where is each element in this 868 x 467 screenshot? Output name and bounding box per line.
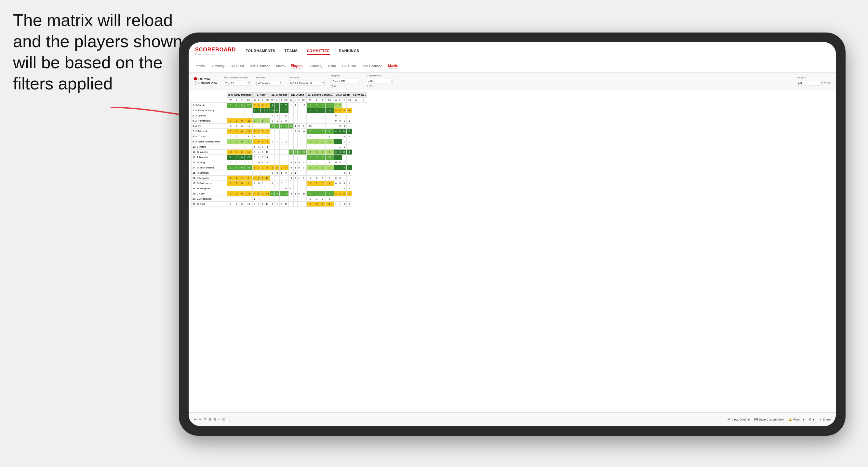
options-button[interactable]: ⚙ ▾ xyxy=(809,418,814,421)
players-select[interactable]: (All) xyxy=(797,81,823,86)
cell: 0 xyxy=(342,124,347,129)
zoom-in-button[interactable]: ⊕ xyxy=(213,417,216,422)
timer-button[interactable]: ⏱ xyxy=(222,417,226,422)
player-name: 7. O Mitchell xyxy=(191,129,227,134)
subnav-players[interactable]: Players xyxy=(291,63,303,69)
cell: 1 xyxy=(347,134,352,139)
conference-select-wrapper[interactable]: (All) xyxy=(367,78,393,84)
cell xyxy=(261,186,265,191)
cell xyxy=(245,113,253,118)
conference-label: Conference xyxy=(367,74,393,77)
cell: 0 xyxy=(234,124,239,129)
division-select-wrapper[interactable]: NCAA Division II NCAA Division I xyxy=(289,80,324,86)
nav-tournaments[interactable]: TOURNAMENTS xyxy=(246,48,275,55)
cell: 1 xyxy=(297,176,301,181)
table-row: 19. J Karrh 3 1 0 19 4 0 0 -20 13 0 0 xyxy=(191,191,367,196)
region-select-wrapper[interactable]: East - DII (All) xyxy=(331,78,360,84)
conference-select[interactable]: (All) xyxy=(367,79,393,84)
cell xyxy=(275,155,280,160)
cell: 0 xyxy=(275,170,280,176)
cell: 1 xyxy=(261,118,265,124)
full-view-option[interactable]: Full View xyxy=(194,77,217,80)
sub-nav: Teams Summary H2H Grid H2H Heatmap Matri… xyxy=(189,60,836,72)
cell xyxy=(283,176,289,181)
compact-view-radio[interactable] xyxy=(194,81,197,85)
cell: 8 xyxy=(245,134,253,139)
full-view-radio[interactable] xyxy=(194,77,197,80)
cell xyxy=(234,196,239,201)
sh-d-w: W xyxy=(253,98,257,103)
max-players-select[interactable]: Top 25 Top 10 Top 50 xyxy=(224,81,250,86)
cell: 7 xyxy=(326,181,334,186)
cell: 0 xyxy=(257,160,260,165)
max-players-select-wrapper[interactable]: Top 25 Top 10 Top 50 xyxy=(224,80,250,86)
cell xyxy=(280,134,283,139)
cell: 0 xyxy=(334,160,338,165)
nav-teams[interactable]: TEAMS xyxy=(284,48,298,55)
watch-button[interactable]: 🔔 Watch ▾ xyxy=(788,418,804,421)
cell: 1 xyxy=(253,139,257,145)
subnav-h2h-heatmap[interactable]: H2H Heatmap xyxy=(250,63,270,69)
share-button[interactable]: ↗ Share xyxy=(819,418,831,421)
view-original-button[interactable]: 👁 View: Original xyxy=(727,418,750,421)
redo-button[interactable]: ↪ xyxy=(199,417,202,422)
subnav-matrix[interactable]: Matrix xyxy=(276,63,285,69)
division-select[interactable]: NCAA Division II NCAA Division I xyxy=(289,81,324,86)
reset-button[interactable]: ↺ xyxy=(204,417,207,422)
subnav-teams[interactable]: Teams xyxy=(195,63,205,69)
cell: 1 xyxy=(257,165,260,170)
nav-committee[interactable]: COMMITTEE xyxy=(307,48,330,55)
logo-area: SCOREBOARD Powered by clippd xyxy=(195,47,236,56)
subnav-summary2[interactable]: Summary xyxy=(308,63,322,69)
minus-button[interactable]: − xyxy=(218,417,220,422)
gender-select-wrapper[interactable]: Women's Men's xyxy=(256,80,282,86)
cell xyxy=(289,155,294,160)
cell: 0 xyxy=(227,134,234,139)
cell xyxy=(338,139,342,145)
sh-s-t: T xyxy=(297,98,301,103)
subnav-h2h-grid2[interactable]: H2H Grid xyxy=(342,63,356,69)
cell xyxy=(320,113,326,118)
cell: 2 xyxy=(306,155,314,160)
gender-select[interactable]: Women's Men's xyxy=(256,81,282,86)
cell: 1 xyxy=(253,176,257,181)
cell: 0 xyxy=(239,129,245,134)
table-row: 13. N Klug 0 0 1 0 1 0 1 -2 xyxy=(191,160,367,165)
cell xyxy=(289,201,294,207)
subnav-h2h-grid[interactable]: H2H Grid xyxy=(230,63,244,69)
cell: 0 xyxy=(261,155,265,160)
region-select[interactable]: East - DII (All) xyxy=(331,79,360,84)
cell: 4 xyxy=(283,165,289,170)
cell: 8 xyxy=(326,134,334,139)
compact-view-option[interactable]: Compact View xyxy=(194,81,217,85)
cell: 1 xyxy=(306,165,314,170)
cell xyxy=(239,170,245,176)
cell xyxy=(294,186,297,191)
cell: 0 xyxy=(334,108,338,113)
cell: 0 xyxy=(257,176,260,181)
cell: 0 xyxy=(320,134,326,139)
players-select-wrapper[interactable]: (All) xyxy=(797,80,823,86)
table-row: 9. A Maria Jimenez Rios 1 0 0 6 1 0 0 -7… xyxy=(191,139,367,145)
subnav-h2h-heatmap2[interactable]: H2H Heatmap xyxy=(362,63,382,69)
cell: 2 xyxy=(275,113,280,118)
zoom-out-button[interactable]: ⊖ xyxy=(209,417,211,422)
cell xyxy=(239,186,245,191)
cell: 1 xyxy=(334,201,338,207)
full-view-label: Full View xyxy=(198,77,210,80)
subnav-matrix2[interactable]: Matrix xyxy=(388,63,398,69)
cell xyxy=(294,134,297,139)
main-content[interactable]: 2. M Kelly Mulcahy 6. A Dy 11. G Woods 2… xyxy=(189,89,836,412)
max-players-label: Max players in view xyxy=(224,76,250,79)
cell: 1 xyxy=(257,155,260,160)
table-row: 10. L Perini 0 1 0 2 xyxy=(191,145,367,150)
nav-rankings[interactable]: RANKINGS xyxy=(339,48,359,55)
cell: 6 xyxy=(245,139,253,145)
subnav-detail[interactable]: Detail xyxy=(328,63,337,69)
cell: 0 xyxy=(283,170,289,176)
cell xyxy=(280,145,283,150)
subnav-summary[interactable]: Summary xyxy=(210,63,224,69)
save-custom-button[interactable]: 💾 Save Custom View xyxy=(754,418,784,421)
cell: 3 xyxy=(227,165,234,170)
undo-button[interactable]: ↩ xyxy=(194,417,197,422)
